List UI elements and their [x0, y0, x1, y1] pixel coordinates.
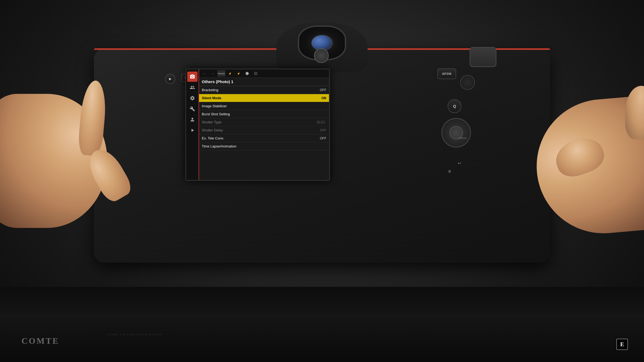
sidebar-icon-people[interactable]	[187, 82, 197, 93]
delete-button[interactable]: 🗑	[446, 168, 453, 175]
tab-icon-0[interactable]: ↔	[200, 70, 208, 77]
tab-icon-3[interactable]: ⚡	[226, 70, 234, 77]
playback-icon: ▶	[169, 77, 171, 81]
brand-area: COMTE	[21, 336, 59, 346]
q-button[interactable]: Q	[448, 99, 462, 113]
back-button[interactable]: ↩	[455, 158, 464, 168]
svg-point-1	[255, 73, 256, 74]
ex-tele-value: OFF	[320, 136, 326, 140]
afon-button[interactable]: AFON	[437, 68, 456, 79]
watermark-symbol: E	[620, 341, 624, 348]
lcd-screen: ↔ ↔ FOcUS ⚡ ⚡ Others (Photo)	[185, 68, 330, 181]
brand-label: COMTE	[21, 336, 59, 346]
menu-header: Others (Photo) 1	[199, 78, 329, 86]
silent-mode-value: ON	[321, 96, 326, 100]
time-lapse-label: Time Lapse/Animation	[202, 144, 236, 148]
menu-items-list: Bracketing OFF Silent Mode ON Image Stab…	[199, 86, 329, 180]
right-fingers	[625, 86, 644, 139]
watermark: E	[616, 339, 628, 350]
menu-item-silent-mode[interactable]: Silent Mode ON	[199, 94, 329, 102]
menu-item-bracketing[interactable]: Bracketing OFF	[199, 86, 329, 94]
menu-item-ex-tele[interactable]: Ex. Tele Conv. OFF	[199, 134, 329, 142]
lcd-inner: ↔ ↔ FOcUS ⚡ ⚡ Others (Photo)	[186, 69, 329, 180]
menu-item-shutter-type[interactable]: Shutter Type ELEC.	[199, 118, 329, 126]
sidebar-icon-camera[interactable]	[187, 72, 197, 82]
playback-button[interactable]: ▶	[165, 74, 175, 84]
burst-shot-label: Burst Shot Setting	[202, 112, 230, 116]
menu-item-shutter-delay[interactable]: Shutter Delay OFF	[199, 126, 329, 134]
menu-title: Others (Photo) 1	[202, 79, 233, 84]
shutter-type-label: Shutter Type	[202, 120, 221, 124]
dpad-joystick[interactable]	[460, 75, 475, 90]
sidebar-icon-person[interactable]	[187, 114, 197, 125]
menu-item-time-lapse[interactable]: Time Lapse/Animation	[199, 142, 329, 150]
tab-icon-4[interactable]: ⚡	[235, 70, 243, 77]
viewfinder-hump	[276, 21, 368, 72]
bracketing-label: Bracketing	[202, 88, 218, 92]
menu-content: ↔ ↔ FOcUS ⚡ ⚡ Others (Photo)	[199, 69, 329, 180]
sidebar-icon-wrench[interactable]	[187, 104, 197, 114]
reflection-text: TIME LAPSE/ANIMATION	[107, 333, 163, 335]
focus-label: FOcUS	[218, 73, 225, 75]
shutter-type-value: ELEC.	[317, 120, 326, 124]
image-stabilizer-label: Image Stabilizer	[202, 104, 227, 108]
top-right-dial[interactable]	[470, 47, 496, 67]
silent-mode-label: Silent Mode	[202, 96, 221, 100]
shutter-delay-value: OFF	[320, 128, 326, 132]
left-hand-area	[0, 67, 129, 255]
menu-item-image-stabilizer[interactable]: Image Stabilizer	[199, 102, 329, 110]
bracketing-value: OFF	[320, 88, 326, 92]
shutter-delay-label: Shutter Delay	[202, 128, 223, 132]
tab-icon-1[interactable]: ↔	[209, 70, 217, 77]
ex-tele-label: Ex. Tele Conv.	[202, 136, 224, 140]
tab-icon-6[interactable]	[252, 70, 260, 77]
tab-icons-row: ↔ ↔ FOcUS ⚡ ⚡	[199, 69, 329, 78]
main-dial[interactable]	[441, 118, 471, 147]
tab-icon-focus[interactable]: FOcUS	[217, 70, 225, 77]
right-hand-area	[510, 86, 644, 274]
sidebar-icon-playback[interactable]	[187, 125, 197, 135]
menu-label: MENU	[459, 137, 467, 139]
tab-icon-5[interactable]	[243, 70, 251, 77]
shutter-button[interactable]	[314, 48, 329, 63]
menu-item-burst-shot[interactable]: Burst Shot Setting	[199, 110, 329, 118]
sidebar-icon-settings[interactable]	[187, 93, 197, 103]
menu-sidebar	[186, 69, 199, 180]
